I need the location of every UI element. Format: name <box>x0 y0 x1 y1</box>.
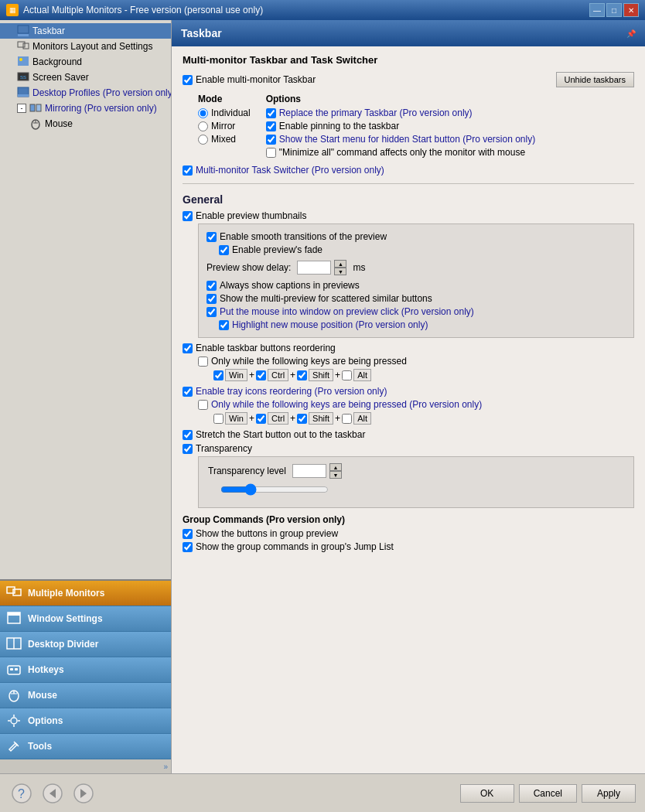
checkbox-show-group-commands[interactable] <box>183 542 193 552</box>
always-captions-row[interactable]: Always show captions in previews <box>206 280 626 291</box>
checkbox-put-mouse[interactable] <box>206 307 217 317</box>
pin-icon[interactable]: 📌 <box>626 29 636 38</box>
enable-fade-row[interactable]: Enable preview's fade <box>219 244 626 255</box>
nav-item-multiple-monitors[interactable]: Multiple Monitors <box>0 581 171 606</box>
preview-delay-input[interactable]: 500 <box>297 261 331 275</box>
option-show-start[interactable]: Show the Start menu for hidden Start but… <box>266 134 536 145</box>
only-while-keys-pro-row[interactable]: Only while the following keys are being … <box>198 399 634 410</box>
transparency-row[interactable]: Transparency <box>183 443 634 454</box>
transparency-spin-down[interactable]: ▼ <box>329 471 342 479</box>
nav-item-options[interactable]: Options <box>0 708 171 734</box>
radio-mixed[interactable] <box>198 135 208 145</box>
ok-button[interactable]: OK <box>460 784 514 803</box>
cancel-button[interactable]: Cancel <box>519 784 577 803</box>
expand-mirroring-icon[interactable]: - <box>17 104 26 113</box>
nav-arrows[interactable]: » <box>0 759 171 773</box>
enable-preview-row[interactable]: Enable preview thumbnails <box>183 210 634 221</box>
checkbox-smooth[interactable] <box>206 232 217 242</box>
key-ctrl-1[interactable] <box>256 370 266 380</box>
nav-item-hotkeys[interactable]: Hotkeys <box>0 657 171 683</box>
radio-mirror[interactable] <box>198 121 208 131</box>
checkbox-captions[interactable] <box>206 281 217 291</box>
reorder-tray-row[interactable]: Enable tray icons reordering (Pro versio… <box>183 386 634 397</box>
key-alt-1[interactable] <box>342 370 352 380</box>
tree-item-desktop-profiles[interactable]: Desktop Profiles (Pro version only) <box>0 85 171 101</box>
title-bar-controls[interactable]: — □ ✕ <box>589 3 639 17</box>
spin-down[interactable]: ▼ <box>334 268 346 275</box>
mode-mixed[interactable]: Mixed <box>198 134 251 145</box>
stretch-start-row[interactable]: Stretch the Start button out to the task… <box>183 429 634 440</box>
checkbox-show-group-preview[interactable] <box>183 529 193 539</box>
checkbox-fade[interactable] <box>219 245 229 255</box>
tree-item-monitors[interactable]: Monitors Layout and Settings <box>0 39 171 54</box>
app-icon: ▦ <box>6 4 19 16</box>
nav-item-desktop-divider[interactable]: Desktop Divider <box>0 632 171 657</box>
checkbox-multi-preview[interactable] <box>206 294 217 304</box>
reorder-buttons-row[interactable]: Enable taskbar buttons reordering <box>183 343 634 353</box>
radio-individual[interactable] <box>198 108 208 118</box>
key-win-1[interactable] <box>213 370 224 380</box>
transparency-spin-buttons[interactable]: ▲ ▼ <box>329 463 342 479</box>
checkbox-reorder-buttons[interactable] <box>183 343 193 353</box>
tree-item-taskbar[interactable]: Taskbar <box>0 23 171 39</box>
transparency-spinbox[interactable]: 25 ▲ ▼ <box>292 463 342 479</box>
checkbox-transparency[interactable] <box>183 444 193 454</box>
close-button[interactable]: ✕ <box>623 3 639 17</box>
enable-multimonitor-row[interactable]: Enable multi-monitor Taskbar <box>183 74 316 85</box>
nav-item-mouse[interactable]: Mouse <box>0 683 171 708</box>
key-shift-2[interactable] <box>297 414 307 424</box>
checkbox-minimize-all[interactable] <box>266 148 276 158</box>
unhide-taskbars-button[interactable]: Unhide taskbars <box>556 72 635 87</box>
tools-nav-icon <box>6 739 22 754</box>
nav-expand-icon[interactable]: » <box>163 763 168 771</box>
checkbox-only-while-keys[interactable] <box>198 357 208 367</box>
highlight-row[interactable]: Highlight new mouse position (Pro versio… <box>219 319 626 330</box>
show-group-commands-row[interactable]: Show the group commands in group's Jump … <box>183 541 634 552</box>
option-minimize-all[interactable]: "Minimize all" command affects only the … <box>266 147 536 158</box>
smooth-transitions-row[interactable]: Enable smooth transitions of the preview <box>206 231 626 242</box>
content-scroll[interactable]: Multi-monitor Taskbar and Task Switcher … <box>172 46 645 773</box>
checkbox-replace-primary[interactable] <box>266 108 276 118</box>
checkbox-show-start[interactable] <box>266 135 276 145</box>
nav-item-tools[interactable]: Tools <box>0 734 171 759</box>
tree-item-screensaver[interactable]: SS Screen Saver <box>0 70 171 85</box>
only-while-keys-row[interactable]: Only while the following keys are being … <box>198 356 634 367</box>
spin-up[interactable]: ▲ <box>334 260 346 268</box>
mode-individual[interactable]: Individual <box>198 107 251 118</box>
enable-multimonitor-checkbox[interactable] <box>183 75 193 85</box>
show-group-preview-row[interactable]: Show the buttons in group preview <box>183 528 634 539</box>
mode-mirror[interactable]: Mirror <box>198 121 251 131</box>
maximize-button[interactable]: □ <box>606 3 622 17</box>
option-replace-primary[interactable]: Replace the primary Taskbar (Pro version… <box>266 107 536 118</box>
key-shift-1[interactable] <box>297 370 307 380</box>
checkbox-task-switcher[interactable] <box>183 165 193 176</box>
nav-item-window-settings[interactable]: Window Settings <box>0 606 171 632</box>
tree-item-mouse[interactable]: Mouse <box>0 116 171 131</box>
multi-preview-row[interactable]: Show the multi-preview for scattered sim… <box>206 293 626 304</box>
forward-icon[interactable] <box>71 781 96 806</box>
back-icon[interactable] <box>40 781 65 806</box>
key-ctrl-2[interactable] <box>256 414 266 424</box>
transparency-input[interactable]: 25 <box>292 464 326 478</box>
option-enable-pinning[interactable]: Enable pinning to the taskbar <box>266 121 536 131</box>
minimize-button[interactable]: — <box>589 3 605 17</box>
checkbox-stretch-start[interactable] <box>183 430 193 440</box>
help-icon[interactable]: ? <box>9 781 34 806</box>
transparency-slider[interactable] <box>220 483 329 496</box>
checkbox-enable-preview[interactable] <box>183 211 193 221</box>
preview-delay-spinbox[interactable]: 500 ▲ ▼ <box>297 260 346 275</box>
tree-item-mirroring[interactable]: - Mirroring (Pro version only) <box>0 101 171 116</box>
task-switcher-row[interactable]: Multi-monitor Task Switcher (Pro version… <box>183 165 634 176</box>
apply-button[interactable]: Apply <box>582 784 636 803</box>
transparency-slider-container[interactable] <box>220 483 624 498</box>
checkbox-enable-pinning[interactable] <box>266 121 276 131</box>
checkbox-reorder-tray[interactable] <box>183 387 193 397</box>
key-alt-2[interactable] <box>342 414 352 424</box>
put-mouse-row[interactable]: Put the mouse into window on preview cli… <box>206 306 626 317</box>
tree-item-background[interactable]: Background <box>0 54 171 70</box>
preview-delay-spin-buttons[interactable]: ▲ ▼ <box>334 260 346 275</box>
checkbox-highlight[interactable] <box>219 320 229 330</box>
key-win-2[interactable] <box>213 414 224 424</box>
transparency-spin-up[interactable]: ▲ <box>329 463 342 471</box>
checkbox-only-while-keys-pro[interactable] <box>198 400 208 410</box>
